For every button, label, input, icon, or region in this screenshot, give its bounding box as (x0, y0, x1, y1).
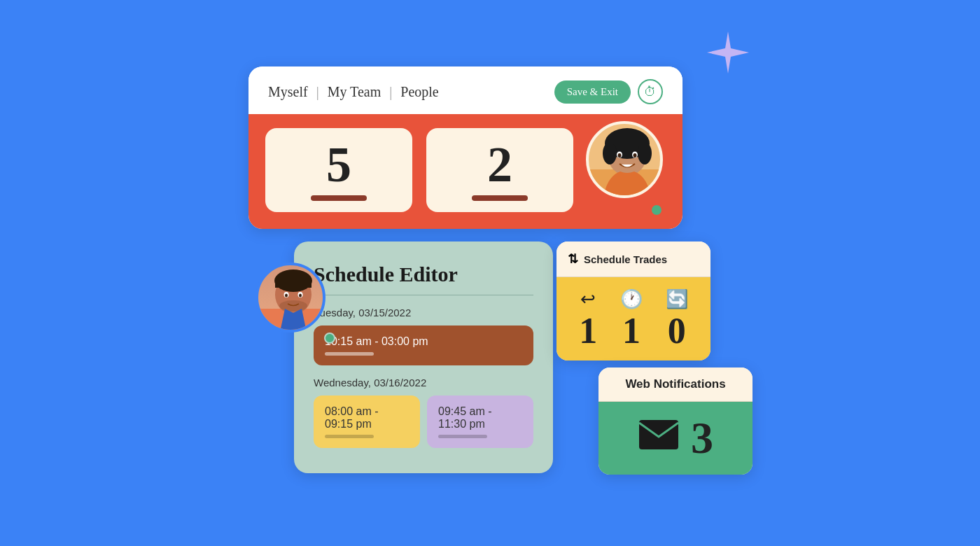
number-card-right: 2 (426, 128, 573, 212)
nav-divider-1: | (316, 84, 319, 100)
shift-time-wed-1: 08:00 am - 09:15 pm (325, 405, 409, 430)
wednesday-shifts: 08:00 am - 09:15 pm 09:45 am - 11:30 pm (314, 396, 533, 454)
trades-title: Schedule Trades (584, 253, 667, 265)
trade-col-clock: 🕐 1 (620, 288, 643, 349)
clock-button[interactable]: ⏱ (638, 79, 663, 104)
shift-block-tuesday: 10:15 am - 03:00 pm (314, 326, 533, 365)
header-actions: Save & Exit ⏱ (554, 79, 663, 104)
notifications-body: 3 (598, 402, 752, 475)
trade-number-return: 1 (579, 313, 597, 349)
web-notifications-widget: Web Notifications 3 (598, 368, 752, 475)
schedule-date-wednesday: Wednesday, 03/16/2022 (314, 377, 533, 388)
top-widget-header: Myself | My Team | People Save & Exit ⏱ (248, 66, 682, 114)
trade-col-return: ↩ 1 (579, 288, 597, 349)
svg-point-5 (638, 142, 652, 164)
shift-block-wed-1: 08:00 am - 09:15 pm (314, 396, 420, 448)
top-widget: Myself | My Team | People Save & Exit ⏱ … (248, 66, 682, 229)
shift-bar-wed-1 (325, 435, 374, 438)
trades-body: ↩ 1 🕐 1 🔄 0 (556, 277, 710, 360)
svg-point-19 (299, 294, 302, 298)
number-value-right: 2 (487, 139, 512, 190)
schedule-editor-divider (314, 295, 533, 295)
shift-bar-tuesday (325, 352, 374, 356)
nav-myself[interactable]: Myself (268, 84, 308, 100)
number-bar-left (311, 195, 367, 201)
nav-my-team[interactable]: My Team (328, 84, 382, 100)
trade-icon-clock: 🕐 (620, 288, 643, 310)
avatar-man (255, 262, 326, 332)
trade-icon-refresh: 🔄 (666, 288, 688, 310)
notification-count: 3 (691, 416, 713, 461)
trades-arrow-icon: ⇅ (568, 251, 578, 267)
number-card-left: 5 (265, 128, 412, 212)
svg-rect-20 (639, 420, 678, 449)
trades-header: ⇅ Schedule Trades (556, 241, 710, 277)
number-value-left: 5 (326, 139, 351, 190)
svg-point-8 (618, 153, 622, 158)
star-decoration (707, 31, 749, 74)
shift-block-wed-2: 09:45 am - 11:30 pm (427, 396, 533, 448)
schedule-editor-widget: Schedule Editor Tuesday, 03/15/2022 10:1… (294, 241, 553, 473)
top-widget-body: 5 2 (248, 114, 682, 229)
nav-divider-2: | (389, 84, 392, 100)
mail-icon (638, 417, 680, 460)
clock-icon: ⏱ (644, 85, 657, 99)
schedule-date-tuesday: Tuesday, 03/15/2022 (314, 307, 533, 318)
avatar-woman-status-dot (650, 204, 663, 216)
shift-time-tuesday: 10:15 am - 03:00 pm (325, 335, 522, 348)
number-bar-right (472, 195, 528, 201)
trade-icon-return: ↩ (580, 288, 596, 310)
trade-number-refresh: 0 (668, 313, 686, 349)
trade-number-clock: 1 (622, 313, 640, 349)
avatar-woman (586, 121, 663, 198)
shift-time-wed-2: 09:45 am - 11:30 pm (438, 405, 522, 430)
notifications-title: Web Notifications (625, 377, 725, 391)
notifications-header: Web Notifications (598, 368, 752, 402)
svg-point-9 (634, 153, 637, 158)
avatar-man-status-dot (324, 332, 335, 344)
shift-bar-wed-2 (438, 435, 487, 438)
svg-rect-14 (275, 279, 312, 288)
save-exit-button[interactable]: Save & Exit (554, 80, 631, 104)
schedule-trades-widget: ⇅ Schedule Trades ↩ 1 🕐 1 🔄 0 (556, 241, 710, 360)
trade-col-refresh: 🔄 0 (666, 288, 688, 349)
nav-people[interactable]: People (400, 84, 438, 100)
svg-point-18 (285, 294, 288, 298)
svg-point-4 (603, 142, 617, 164)
schedule-editor-title: Schedule Editor (314, 262, 533, 286)
